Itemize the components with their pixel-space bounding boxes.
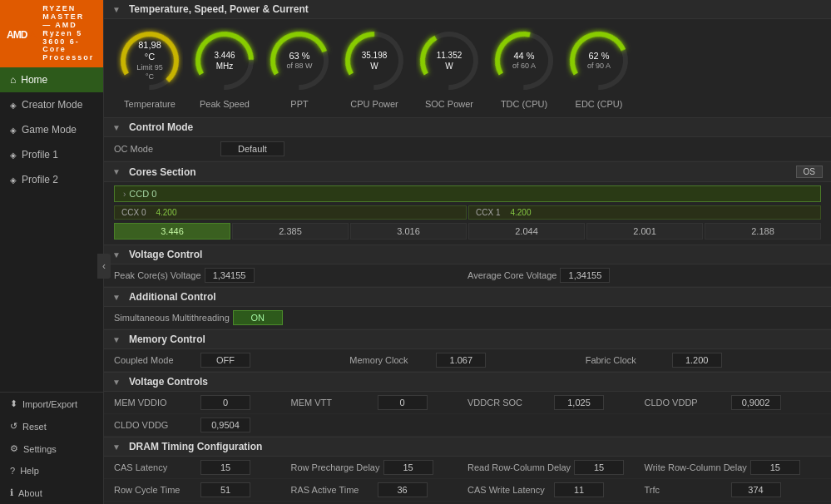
cldo-vddg-cell: CLDO VDDG 0,9504 <box>114 418 821 432</box>
settings-icon: ⚙ <box>10 443 18 454</box>
dram-cell-cas: CAS Latency 15 <box>114 460 291 475</box>
nav-profile1-label: Profile 1 <box>22 149 58 161</box>
oc-mode-row: OC Mode Default <box>104 137 831 161</box>
vddcr-soc-value: 1,025 <box>554 395 604 410</box>
nav-profile1[interactable]: ◈ Profile 1 <box>0 142 103 167</box>
temp-section-title: Temperature, Speed, Power & Current <box>129 3 309 15</box>
home-icon: ⌂ <box>10 74 16 86</box>
voltage-control-header: ▼ Voltage Control <box>104 245 831 264</box>
reset-button[interactable]: ↺ Reset <box>0 415 103 437</box>
help-label: Help <box>20 466 39 476</box>
about-button[interactable]: ℹ About <box>0 482 103 504</box>
control-mode-toggle[interactable]: ▼ <box>112 123 121 132</box>
mem-vtt-value: 0 <box>378 395 428 410</box>
mem-vddio-value: 0 <box>200 395 250 410</box>
import-label: Import/Export <box>22 399 77 409</box>
temp-value: 81,98 °C Limit 95 °C <box>133 39 166 82</box>
voltage-control-title: Voltage Control <box>129 249 202 260</box>
nav-profile2[interactable]: ◈ Profile 2 <box>0 167 103 192</box>
about-label: About <box>18 488 42 498</box>
cldo-vddg-label: CLDO VDDG <box>114 420 197 430</box>
coupled-mode-cell: Coupled Mode OFF <box>114 353 349 368</box>
core-val-0: 3.446 <box>114 223 230 240</box>
ppt-value: 63 % of 88 W <box>286 50 312 72</box>
control-mode-header: ▼ Control Mode <box>104 118 831 137</box>
core-values-row: 3.446 2.385 3.016 2.044 2.001 2.188 <box>104 221 831 245</box>
nav-home[interactable]: ⌂ Home <box>0 67 103 92</box>
dram-row-0: CAS Latency 15 Row Precharge Delay 15 Re… <box>104 457 831 479</box>
memory-control-row: Coupled Mode OFF Memory Clock 1.067 Fabr… <box>104 349 831 372</box>
cldo-vddp-cell: CLDO VDDP 0,9002 <box>645 395 822 410</box>
oc-mode-value: Default <box>220 141 284 156</box>
os-badge: OS <box>796 166 823 178</box>
edc-gauge: 62 % of 90 A EDC (CPU) <box>566 27 632 109</box>
avg-voltage-cell: Average Core Voltage 1,34155 <box>467 268 821 283</box>
peak-voltage-value: 1,34155 <box>205 268 255 283</box>
ccx0-bar: CCX 0 4.200 <box>114 205 467 220</box>
mem-vtt-label: MEM VTT <box>291 398 374 408</box>
main-content: ▼ Temperature, Speed, Power & Current 81… <box>104 0 831 504</box>
nav-home-label: Home <box>21 74 47 86</box>
soc-power-value: 11.352 W <box>433 50 466 72</box>
nav-game[interactable]: ◈ Game Mode <box>0 117 103 142</box>
edc-label: EDC (CPU) <box>576 99 623 109</box>
cpu-power-value: 35.198 W <box>358 50 391 72</box>
dram-cell-row-prech: Row Precharge Delay 15 <box>291 460 468 475</box>
voltage-control-section: ▼ Voltage Control Peak Core(s) Voltage 1… <box>104 245 831 288</box>
additional-control-toggle[interactable]: ▼ <box>112 293 121 302</box>
sidebar-collapse-icon: ‹ <box>102 260 106 272</box>
ppt-label: PPT <box>290 99 308 109</box>
sidebar: AMD▲ RYZEN MASTER — AMD Ryzen 5 3600 6-C… <box>0 0 104 504</box>
dram-cell-cas-write: CAS Write Latency 11 <box>467 482 645 497</box>
ccd-bar: › CCD 0 <box>114 185 821 202</box>
peak-voltage-label: Peak Core(s) Voltage <box>114 270 201 280</box>
help-button[interactable]: ? Help <box>0 460 103 482</box>
cores-toggle[interactable]: ▼ <box>112 167 121 176</box>
sidebar-collapse-button[interactable]: ‹ <box>97 254 111 279</box>
dram-cell-read-row-col: Read Row-Column Delay 15 <box>467 460 645 475</box>
vddcr-soc-cell: VDDCR SOC 1,025 <box>467 395 645 410</box>
help-icon: ? <box>10 466 15 476</box>
cldo-vddp-label: CLDO VDDP <box>645 398 728 408</box>
gauges-row: 81,98 °C Limit 95 °C Temperature 3.446 M… <box>104 19 831 118</box>
cores-section: ▼ Cores Section OS › CCD 0 CCX 0 4.200 C… <box>104 162 831 245</box>
app-header: AMD▲ RYZEN MASTER — AMD Ryzen 5 3600 6-C… <box>0 0 103 67</box>
core-val-2: 3.016 <box>350 223 467 240</box>
profile2-icon: ◈ <box>10 175 17 185</box>
dram-timing-toggle[interactable]: ▼ <box>112 442 121 452</box>
avg-voltage-value: 1,34155 <box>560 268 610 283</box>
voltage-controls-row1: MEM VDDIO 0 MEM VTT 0 VDDCR SOC 1,025 CL… <box>104 392 831 414</box>
voltage-controls-section: ▼ Voltage Controls MEM VDDIO 0 MEM VTT 0… <box>104 373 831 437</box>
import-icon: ⬍ <box>10 398 17 409</box>
ccx-row: CCX 0 4.200 CCX 1 4.200 <box>104 204 831 221</box>
import-export-button[interactable]: ⬍ Import/Export <box>0 393 103 415</box>
temperature-gauge: 81,98 °C Limit 95 °C Temperature <box>116 27 183 109</box>
temp-collapse-toggle[interactable]: ▼ <box>112 5 121 14</box>
about-icon: ℹ <box>10 487 13 498</box>
additional-control-section: ▼ Additional Control Simultaneous Multit… <box>104 288 831 330</box>
soc-power-label: SOC Power <box>425 99 473 109</box>
tdc-gauge: 44 % of 60 A TDC (CPU) <box>491 27 557 109</box>
soc-power-gauge: 11.352 W SOC Power <box>416 27 482 109</box>
settings-label: Settings <box>23 444 57 454</box>
creator-icon: ◈ <box>10 101 17 110</box>
voltage-controls-row2: CLDO VDDG 0,9504 <box>104 414 831 437</box>
voltage-control-toggle[interactable]: ▼ <box>112 250 121 259</box>
dram-timing-title: DRAM Timing Configuration <box>129 441 262 452</box>
voltage-controls-toggle[interactable]: ▼ <box>112 378 121 387</box>
amd-logo: AMD▲ <box>7 27 37 41</box>
fabric-clock-cell: Fabric Clock 1.200 <box>586 353 821 368</box>
peak-speed-gauge: 3.446 MHz Peak Speed <box>191 27 258 109</box>
edc-value: 62 % of 90 A <box>587 50 611 72</box>
tdc-label: TDC (CPU) <box>501 99 547 109</box>
nav-creator[interactable]: ◈ Creator Mode <box>0 92 103 117</box>
memory-control-section: ▼ Memory Control Coupled Mode OFF Memory… <box>104 330 831 373</box>
memory-control-toggle[interactable]: ▼ <box>112 335 121 344</box>
mem-clock-cell: Memory Clock 1.067 <box>349 353 585 368</box>
game-icon: ◈ <box>10 126 17 135</box>
voltage-control-row: Peak Core(s) Voltage 1,34155 Average Cor… <box>104 264 831 287</box>
smt-row: Simultaneous Multithreading ON <box>104 307 831 329</box>
speed-label: Peak Speed <box>200 99 250 109</box>
smt-cell: Simultaneous Multithreading ON <box>114 310 821 325</box>
settings-button[interactable]: ⚙ Settings <box>0 437 103 460</box>
